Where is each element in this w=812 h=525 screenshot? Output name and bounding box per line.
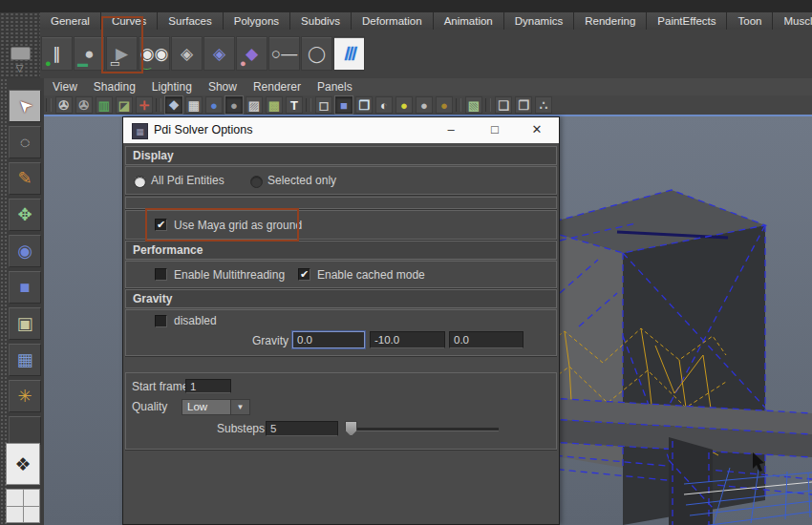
- menu-show[interactable]: Show: [208, 80, 237, 94]
- show-manipulator-icon[interactable]: ✳: [9, 380, 41, 412]
- shelf-tab-polygons[interactable]: Polygons: [224, 12, 290, 30]
- gravity-frame: disabled Gravity: [125, 309, 557, 356]
- gravity-z-field[interactable]: [449, 331, 524, 348]
- rotate-tool-icon[interactable]: ◉: [9, 235, 41, 267]
- pane-cell-icon[interactable]: [24, 490, 40, 506]
- crystal-cube-blue-icon[interactable]: ◈: [203, 36, 235, 71]
- scale-tool-icon[interactable]: ■: [9, 271, 41, 304]
- pane-cell-icon[interactable]: [7, 507, 23, 523]
- display-section-header: Display: [125, 146, 557, 165]
- menu-renderer[interactable]: Renderer: [253, 80, 301, 94]
- checker-sphere-icon[interactable]: ◐: [375, 96, 393, 114]
- radio-selected-only-label: Selected only: [267, 174, 336, 187]
- gravity-disabled-checkbox[interactable]: [155, 315, 167, 327]
- menu-view[interactable]: View: [53, 80, 77, 94]
- maximize-button[interactable]: □: [486, 121, 503, 138]
- close-button[interactable]: ✕: [528, 121, 545, 138]
- radio-all-pdi-entities[interactable]: [134, 176, 146, 188]
- window-top-strip: [0, 0, 812, 12]
- gate-mask-icon[interactable]: ▨: [246, 96, 263, 114]
- zoom-region-icon[interactable]: ✛: [136, 96, 153, 114]
- shaded-display-icon[interactable]: ●: [205, 96, 223, 114]
- resolution-gate-icon[interactable]: ●: [225, 96, 243, 114]
- grid-plane-icon[interactable]: ◪: [116, 96, 133, 114]
- outline-cube-icon[interactable]: ❑: [495, 96, 512, 114]
- film-gate-icon[interactable]: ▦: [185, 96, 203, 114]
- pane-cell-icon[interactable]: [7, 490, 23, 506]
- dynamics-pins-icon[interactable]: ∥●: [41, 36, 73, 71]
- shelf-tab-deformation[interactable]: Deformation: [352, 12, 434, 30]
- dialog-title: Pdi Solver Options: [154, 123, 253, 136]
- copy-squares-icon[interactable]: ❐: [515, 96, 532, 114]
- gravity-x-field[interactable]: [292, 331, 365, 348]
- shelf-tab-animation[interactable]: Animation: [434, 12, 504, 30]
- shatter-rock-icon[interactable]: ◈: [171, 36, 203, 71]
- toolbar-separator[interactable]: [156, 98, 161, 112]
- shelf-tab-subdivs[interactable]: Subdivs: [290, 12, 352, 30]
- menu-lighting[interactable]: Lighting: [152, 80, 192, 94]
- single-pane-layout-button[interactable]: ❖: [6, 443, 40, 485]
- dialog-titlebar[interactable]: ▦ Pdi Solver Options – □ ✕: [123, 117, 559, 143]
- bookmarks-icon[interactable]: ▥: [96, 96, 113, 114]
- shelf-tab-surfaces[interactable]: Surfaces: [158, 12, 223, 30]
- substeps-slider-handle[interactable]: [345, 421, 357, 436]
- menu-shading[interactable]: Shading: [94, 80, 136, 94]
- minimize-button[interactable]: –: [442, 121, 459, 138]
- glass-cube-icon[interactable]: ❐: [355, 96, 373, 114]
- maya-logo-icon[interactable]: Ⅲ: [333, 36, 365, 71]
- wire-sphere-icon[interactable]: ◯: [301, 36, 332, 71]
- light-yellow-icon[interactable]: ●: [395, 96, 413, 114]
- annotation-box-shelf-icon: [101, 16, 143, 74]
- shelf-tab-dynamics[interactable]: Dynamics: [504, 12, 574, 30]
- marquee-select-icon[interactable]: ▧: [465, 96, 482, 114]
- pane-cell-icon[interactable]: [24, 507, 40, 523]
- universal-manipulator-icon[interactable]: ▣: [9, 307, 41, 340]
- select-tool-icon[interactable]: ➤: [9, 90, 41, 122]
- menu-panels[interactable]: Panels: [317, 80, 353, 94]
- shelf-menu-button[interactable]: [11, 47, 31, 60]
- light-gray-icon[interactable]: ●: [416, 96, 433, 114]
- toolbar-separator[interactable]: [306, 98, 311, 112]
- panel-menu-bar: ViewShadingLightingShowRendererPanels: [44, 78, 812, 95]
- shelf-tab-general[interactable]: General: [40, 12, 101, 30]
- texture-display-icon[interactable]: T: [286, 96, 303, 114]
- lasso-select-tool-icon[interactable]: ◌: [9, 126, 41, 158]
- solver-frame: Start frame Quality Low ▼ Substeps: [125, 372, 557, 450]
- camera-settings-icon[interactable]: ✇: [75, 96, 93, 114]
- field-chart-icon[interactable]: ▩: [266, 96, 283, 114]
- shelf-tab-painteffects[interactable]: PaintEffects: [647, 12, 727, 30]
- shelf-tab-rendering[interactable]: Rendering: [574, 12, 647, 30]
- shelf-switch-panel: ▽: [0, 12, 40, 78]
- movie-camera-icon[interactable]: ✇: [55, 96, 73, 114]
- share-nodes-icon[interactable]: ∴: [535, 96, 552, 114]
- performance-section-header: Performance: [125, 241, 557, 260]
- last-tool-slot[interactable]: [9, 416, 41, 445]
- toolbar-separator[interactable]: [456, 98, 461, 112]
- quality-label: Quality: [132, 400, 167, 413]
- gravity-disabled-label: disabled: [174, 314, 217, 327]
- smooth-shade-cube-icon[interactable]: ■: [335, 96, 353, 114]
- key-icon[interactable]: ○—: [268, 36, 300, 71]
- start-frame-field[interactable]: [185, 379, 231, 393]
- substeps-field[interactable]: [266, 421, 338, 436]
- wireframe-cube-icon[interactable]: ◻: [315, 96, 332, 114]
- substeps-slider-track[interactable]: [353, 428, 499, 431]
- grid-display-icon[interactable]: ❖: [165, 96, 182, 114]
- multithreading-checkbox[interactable]: [155, 268, 167, 281]
- move-tool-icon[interactable]: ✥: [9, 199, 41, 231]
- four-pane-layout-button[interactable]: [6, 489, 40, 523]
- toolbar-separator[interactable]: [485, 98, 491, 112]
- cached-mode-label: Enable cached mode: [317, 268, 425, 282]
- paint-select-tool-icon[interactable]: ✎: [9, 162, 41, 195]
- shelf-tab-toon[interactable]: Toon: [727, 12, 773, 30]
- gravity-y-field[interactable]: [370, 331, 445, 348]
- soft-mod-tool-icon[interactable]: ▦: [9, 344, 41, 376]
- cached-mode-checkbox[interactable]: ✔: [298, 268, 310, 281]
- light-gold-icon[interactable]: ●: [436, 96, 453, 114]
- radio-selected-only[interactable]: [250, 176, 263, 188]
- toolbar-separator[interactable]: [46, 98, 52, 112]
- quality-dropdown[interactable]: Low ▼: [182, 399, 250, 415]
- crystal-cube-purple-icon[interactable]: ◆●: [236, 36, 267, 71]
- shelf-tab-muscle[interactable]: Muscle: [773, 12, 812, 30]
- shelf-collapse-button[interactable]: ▽: [11, 62, 29, 74]
